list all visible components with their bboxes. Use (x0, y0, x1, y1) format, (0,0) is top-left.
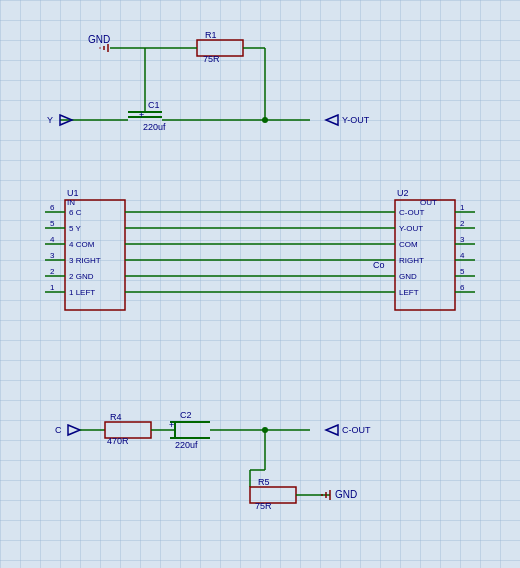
u2-pin4-label: RIGHT (399, 256, 424, 265)
u2-pin5-label: GND (399, 272, 417, 281)
u2-sublabel: OUT (420, 198, 437, 207)
u1-label: U1 (67, 188, 79, 198)
u1-pin4-label: 4 COM (69, 240, 95, 249)
c2-label: C2 (180, 410, 192, 420)
svg-marker-16 (326, 115, 338, 125)
u1-pin3-label: 3 RIGHT (69, 256, 101, 265)
gnd-top-label: GND (88, 34, 110, 45)
u2-pin1-label: C-OUT (399, 208, 424, 217)
u1-pin6-label: 6 C (69, 208, 82, 217)
u1-pin2-num: 2 (50, 267, 55, 276)
r1-value: 75R (203, 54, 220, 64)
c1-value: 220uf (143, 122, 166, 132)
schematic-canvas: GND R1 75R C1 220uf Y Y-OUT U1 IN 6 5 4 … (0, 0, 520, 568)
u2-pin6-num: 6 (460, 283, 465, 292)
u2-pin4-num: 4 (460, 251, 465, 260)
c-connector-label: C (55, 425, 62, 435)
u1-sublabel: IN (67, 198, 75, 207)
u2-pin5-num: 5 (460, 267, 465, 276)
u2-pin3-label: COM (399, 240, 418, 249)
u1-pin5-num: 5 (50, 219, 55, 228)
u2-pin2-num: 2 (460, 219, 465, 228)
r5-value: 75R (255, 501, 272, 511)
u2-pin1-num: 1 (460, 203, 465, 212)
svg-marker-37 (68, 425, 80, 435)
u1-pin5-label: 5 Y (69, 224, 82, 233)
y-out-label: Y-OUT (342, 115, 370, 125)
y-connector-label: Y (47, 115, 53, 125)
u1-pin3-num: 3 (50, 251, 55, 260)
u2-pin3-num: 3 (460, 235, 465, 244)
u1-pin1-label: 1 LEFT (69, 288, 95, 297)
r1-label: R1 (205, 30, 217, 40)
u2-pin2-label: Y-OUT (399, 224, 423, 233)
c1-label: C1 (148, 100, 160, 110)
svg-marker-47 (326, 425, 338, 435)
u1-pin2-label: 2 GND (69, 272, 94, 281)
c2-value: 220uf (175, 440, 198, 450)
r4-label: R4 (110, 412, 122, 422)
c2-plus: + (169, 420, 174, 430)
co-label: Co (373, 260, 385, 270)
u1-pin6-num: 6 (50, 203, 55, 212)
c-out-label: C-OUT (342, 425, 371, 435)
r5-label: R5 (258, 477, 270, 487)
u1-pin1-num: 1 (50, 283, 55, 292)
u1-pin4-num: 4 (50, 235, 55, 244)
r4-value: 470R (107, 436, 129, 446)
u2-pin6-label: LEFT (399, 288, 419, 297)
gnd-bottom-label: GND (335, 489, 357, 500)
u2-label: U2 (397, 188, 409, 198)
c1-plus: + (139, 110, 144, 120)
